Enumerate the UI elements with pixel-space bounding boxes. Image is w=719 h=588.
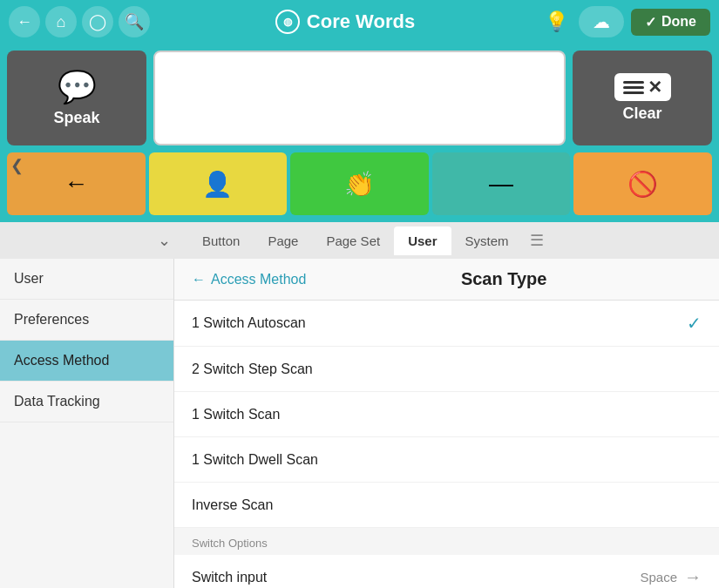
symbol-cell-person[interactable]: 👤	[149, 152, 288, 215]
speak-clear-row: 💬 Speak ✕ Clear	[0, 44, 719, 152]
back-link-label: Access Method	[211, 272, 306, 287]
switch-input-item[interactable]: Switch input Space →	[174, 555, 719, 588]
access-method-back-link[interactable]: ← Access Method	[192, 272, 306, 287]
switch-input-arrow-icon: →	[684, 567, 702, 587]
clear-x-icon: ✕	[648, 77, 662, 98]
clear-lines-icon	[623, 81, 644, 94]
sidebar-item-preferences[interactable]: Preferences	[0, 300, 173, 341]
page-title: Scan Type	[306, 269, 702, 289]
app-title: ◍ Core Words	[157, 10, 533, 34]
symbol-cell-back[interactable]: ❮ ←	[7, 152, 146, 215]
symbol-row: ❮ ← 👤 👏 — 🚫	[0, 152, 719, 222]
main-content: User Preferences Access Method Data Trac…	[0, 259, 719, 588]
sidebar-item-data-tracking[interactable]: Data Tracking	[0, 382, 173, 422]
content-area: ← Access Method Scan Type 1 Switch Autos…	[174, 259, 719, 588]
switch-options-header: Switch Options	[174, 528, 719, 555]
top-bar-right: 💡 ☁ ✓ Done	[540, 6, 710, 37]
content-header: ← Access Method Scan Type	[174, 259, 719, 301]
speak-button[interactable]: 💬 Speak	[7, 51, 146, 145]
sidebar-item-user[interactable]: User	[0, 259, 173, 300]
selected-checkmark-icon: ✓	[687, 313, 702, 334]
scan-option-1-switch-autoscan[interactable]: 1 Switch Autoscan ✓	[174, 301, 719, 347]
scan-option-inverse[interactable]: Inverse Scan	[174, 483, 719, 528]
top-bar: ← ⌂ ◯ 🔍 ◍ Core Words 💡 ☁ ✓ Done	[0, 0, 719, 44]
symbol-cell-hands[interactable]: 👏	[290, 152, 429, 215]
clear-button[interactable]: ✕ Clear	[573, 51, 712, 145]
done-button[interactable]: ✓ Done	[631, 9, 710, 36]
back-arrow-icon: ←	[192, 272, 206, 287]
scan-option-2-switch-step[interactable]: 2 Switch Step Scan	[174, 347, 719, 392]
tab-page-set[interactable]: Page Set	[312, 226, 394, 255]
collapse-button[interactable]: ⌄	[146, 231, 181, 250]
cloud-button[interactable]: ☁	[579, 6, 624, 37]
tab-system[interactable]: System	[451, 226, 523, 255]
tabs-row: ⌄ Button Page Page Set User System ☰	[0, 222, 719, 259]
nav-buttons: ← ⌂ ◯ 🔍	[9, 6, 150, 37]
bulb-icon[interactable]: 💡	[540, 6, 572, 37]
back-button[interactable]: ←	[9, 6, 40, 37]
home-button[interactable]: ⌂	[45, 6, 77, 37]
tab-button[interactable]: Button	[188, 226, 254, 255]
scan-option-1-switch-scan[interactable]: 1 Switch Scan	[174, 392, 719, 437]
symbol-cell-no[interactable]: 🚫	[573, 152, 712, 215]
sidebar-item-access-method[interactable]: Access Method	[0, 341, 173, 382]
tab-page[interactable]: Page	[254, 226, 312, 255]
speak-label: Speak	[53, 109, 99, 127]
core-words-icon: ◍	[275, 10, 300, 34]
globe-button[interactable]: ◯	[82, 6, 113, 37]
text-input-area[interactable]	[153, 51, 566, 145]
back-arrow-overlay-icon: ❮	[10, 156, 24, 175]
sidebar: User Preferences Access Method Data Trac…	[0, 259, 174, 588]
done-checkmark-icon: ✓	[645, 14, 656, 30]
clear-label: Clear	[622, 105, 661, 123]
symbol-cell-minus[interactable]: —	[432, 152, 571, 215]
speak-icon: 💬	[58, 69, 97, 105]
clear-icon-box: ✕	[614, 73, 671, 101]
scan-option-1-switch-dwell[interactable]: 1 Switch Dwell Scan	[174, 437, 719, 483]
scan-options-section: 1 Switch Autoscan ✓ 2 Switch Step Scan 1…	[174, 301, 719, 528]
tab-more-icon[interactable]: ☰	[523, 224, 551, 257]
search-button[interactable]: 🔍	[119, 6, 150, 37]
tab-user[interactable]: User	[394, 226, 451, 255]
